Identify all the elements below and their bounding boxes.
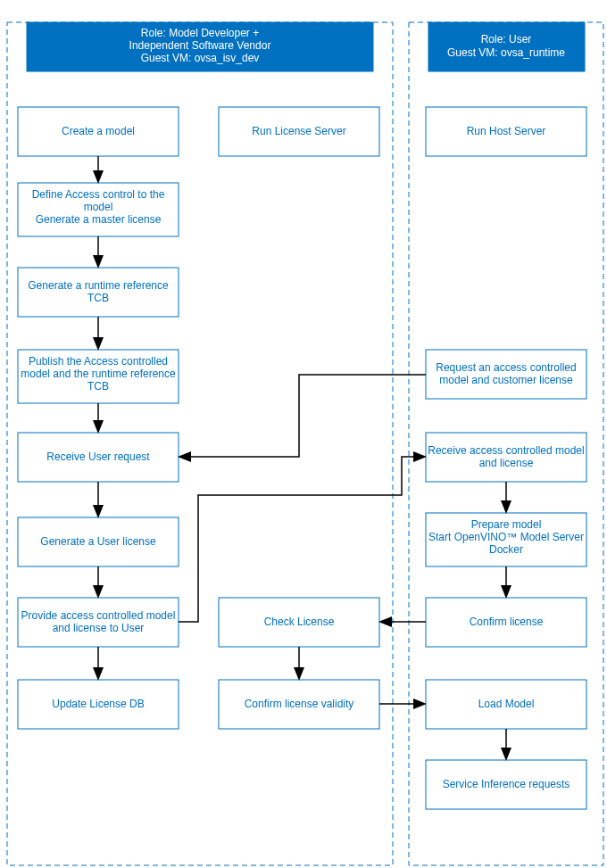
svg-text:Generate a master license: Generate a master license (36, 213, 162, 226)
left-lane-title1: Role: Model Developer + (141, 27, 259, 39)
svg-text:Generate a runtime reference: Generate a runtime reference (28, 279, 169, 292)
svg-text:Provide access controlled mode: Provide access controlled model (21, 609, 176, 622)
left-lane-title3: Guest VM: ovsa_isv_dev (141, 52, 260, 64)
box-confirm-license: Confirm license (426, 598, 586, 647)
svg-text:Request an access controlled: Request an access controlled (436, 361, 576, 374)
box-generate-tcb: Generate a runtime reference TCB (18, 268, 179, 317)
svg-text:Docker: Docker (489, 543, 523, 556)
svg-text:Define Access control to  the: Define Access control to the (32, 188, 165, 201)
svg-text:Load Model: Load Model (478, 698, 535, 710)
svg-text:Receive access controlled mode: Receive access controlled model (428, 444, 584, 457)
svg-text:Confirm license validity: Confirm license validity (245, 698, 354, 710)
box-confirm-validity: Confirm license validity (219, 680, 379, 729)
box-receive-user-request: Receive User request (18, 433, 179, 482)
svg-text:Start OpenVINO™ Model Server: Start OpenVINO™ Model Server (428, 531, 584, 543)
box-publish: Publish the Access controlled model and … (18, 350, 179, 403)
svg-text:model and customer license: model and customer license (439, 374, 573, 386)
svg-text:Run Host Server: Run Host Server (467, 125, 546, 137)
box-receive-ac-model: Receive access controlled model and lice… (426, 433, 586, 482)
box-run-license-server: Run License Server (219, 107, 379, 156)
right-lane-title2: Guest VM: ovsa_runtime (447, 46, 565, 59)
svg-text:model: model (84, 201, 113, 213)
svg-text:TCB: TCB (87, 292, 109, 304)
svg-text:and license: and license (479, 457, 534, 469)
box-generate-user-license: Generate a User license (18, 517, 179, 566)
svg-text:Update License DB: Update License DB (52, 698, 144, 710)
svg-text:Create a model: Create a model (62, 125, 135, 137)
svg-text:Service Inference requests: Service Inference requests (443, 778, 570, 790)
box-load-model: Load Model (426, 680, 586, 729)
svg-text:Check License: Check License (264, 616, 335, 628)
box-check-license: Check License (219, 598, 379, 647)
box-request-ac-model: Request an access controlled model and c… (426, 350, 586, 399)
box-prepare-model: Prepare model Start OpenVINO™ Model Serv… (426, 513, 586, 566)
right-lane-title1: Role: User (481, 33, 532, 45)
svg-text:Run License Server: Run License Server (252, 125, 345, 137)
box-create-model: Create a model (18, 107, 179, 156)
box-provide-model: Provide access controlled model and lice… (18, 598, 179, 647)
workflow-diagram: Role: Model Developer + Independent Soft… (0, 0, 607, 868)
svg-text:and license to User: and license to User (53, 622, 145, 634)
left-lane-title2: Independent Software Vendor (129, 39, 271, 52)
svg-text:model and the runtime referenc: model and the runtime reference (21, 368, 176, 380)
box-run-host-server: Run Host Server (426, 107, 586, 156)
svg-text:Publish the Access controlled: Publish the Access controlled (29, 355, 168, 368)
svg-text:Prepare model: Prepare model (471, 518, 542, 531)
svg-text:Confirm license: Confirm license (470, 616, 544, 628)
svg-text:Generate a User license: Generate a User license (40, 535, 156, 548)
box-define-access-control: Define Access control to the model Gener… (18, 183, 179, 236)
box-service-inference: Service Inference requests (426, 760, 586, 809)
box-update-license-db: Update License DB (18, 680, 179, 729)
svg-text:TCB: TCB (87, 380, 109, 393)
svg-text:Receive User request: Receive User request (46, 451, 150, 463)
